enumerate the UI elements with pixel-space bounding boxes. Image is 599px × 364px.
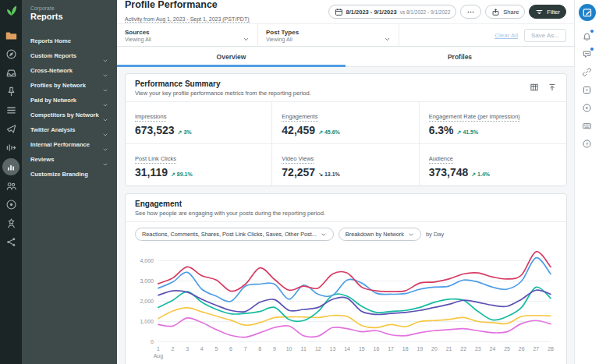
sidebar-item-label: Reviews [30,156,54,163]
sidebar-item-profiles-by-network[interactable]: Profiles by Network [22,78,117,93]
sidebar-item-label: Customize Branding [30,171,88,178]
pin-icon[interactable] [5,86,17,97]
filter-actions: Clear All Save As... [494,24,574,46]
people-icon[interactable] [5,180,17,192]
metric-video-views: Video Views72,257↘ 13.1% [272,143,419,186]
svg-text:23: 23 [475,346,481,352]
eye-icon[interactable] [5,199,17,210]
svg-text:28: 28 [548,346,554,352]
more-options-button[interactable] [460,5,481,19]
svg-text:4,000: 4,000 [140,258,154,263]
chevron-down-icon [102,53,108,59]
metric-select-dropdown[interactable]: Reactions, Comments, Shares, Post Link C… [135,228,334,241]
top-bar: Profile Performance Activity from Aug 1,… [117,0,574,23]
sources-filter[interactable]: Sources Viewing All [117,24,258,46]
metric-label[interactable]: Video Views [282,155,314,164]
svg-text:2: 2 [172,346,175,352]
sidebar-item-label: Profiles by Network [30,82,86,89]
svg-text:1: 1 [157,346,160,352]
notifications-bell-icon[interactable] [582,30,592,41]
metric-engagement-rate-per-impression: Engagement Rate (per Impression)6.3%↗ 41… [420,101,566,143]
engagement-title: Engagement [135,200,325,208]
svg-text:16: 16 [374,346,380,352]
sprout-leaf-logo[interactable] [5,4,18,17]
network-nodes-icon[interactable] [5,236,17,248]
metric-value: 373,748 [429,166,469,178]
sidebar-item-custom-reports[interactable]: Custom Reports [22,48,117,63]
metric-label[interactable]: Engagement Rate (per Impression) [429,113,520,122]
svg-text:12: 12 [315,346,321,352]
paper-plane-icon[interactable] [5,123,17,135]
feedback-bubble-icon[interactable] [582,48,592,58]
share-icon [491,8,500,16]
metric-post-link-clicks: Post Link Clicks31,119↗ 89.1% [126,143,272,186]
tab-overview[interactable]: Overview [117,47,346,66]
engagement-controls: Reactions, Comments, Shares, Post Link C… [126,222,566,244]
breakdown-select-dropdown[interactable]: Breakdown by Network [338,228,421,241]
svg-text:27: 27 [533,346,539,352]
sidebar-item-customize-branding[interactable]: Customize Branding [22,167,117,182]
metric-label[interactable]: Post Link Clicks [135,155,176,164]
post-types-filter[interactable]: Post Types Viewing All [258,24,399,46]
bar-chart-icon[interactable] [2,158,19,175]
sidebar-item-paid-by-network[interactable]: Paid by Network [22,93,117,108]
filter-button[interactable]: Filter [529,5,566,19]
svg-text:6: 6 [229,346,232,352]
sidebar-item-twitter-analysis[interactable]: Twitter Analysis [22,122,117,137]
series-line-facebook [158,290,551,314]
collapse-icon[interactable] [548,81,557,90]
keyboard-icon[interactable] [582,120,592,130]
sources-value: Viewing All [125,37,151,42]
post-types-value: Viewing All [266,37,299,42]
sidebar-item-internal-performance[interactable]: Internal Performance [22,137,117,152]
date-range-picker[interactable]: 8/1/2023 - 9/1/2023 vs 8/1/2022 - 9/1/20… [328,5,457,19]
page-subtitle[interactable]: Activity from Aug 1, 2023 - Sept 1, 2023… [125,16,250,23]
chevron-down-icon [102,142,108,148]
metric-label[interactable]: Engagements [282,113,317,122]
compose-button[interactable] [579,4,596,21]
compass-icon[interactable] [5,48,17,60]
engagement-header: Engagement See how people are engaging w… [126,194,566,222]
metric-select-value: Reactions, Comments, Shares, Post Link C… [142,231,317,238]
metrics-grid: Impressions673,523↗ 3%Engagements42,459↗… [126,101,566,186]
sidebar-item-label: Custom Reports [30,52,76,59]
waveform-icon[interactable] [5,142,17,154]
filter-bar: Sources Viewing All Post Types Viewing A… [117,23,574,47]
breakdown-select-value: Breakdown by Network [346,231,404,238]
sidebar-title: Reports [30,12,108,21]
chevron-down-icon [102,112,108,118]
sidebar-item-cross-network[interactable]: Cross-Network [22,63,117,78]
metric-label[interactable]: Impressions [135,113,166,122]
inbox-icon[interactable] [5,67,17,79]
tab-profiles[interactable]: Profiles [346,47,574,66]
walkthrough-play-icon[interactable] [582,102,592,112]
post-types-label: Post Types [266,29,299,36]
save-as-button[interactable]: Save As... [524,29,566,42]
window-icon[interactable] [582,84,592,94]
compare-range-value: vs 8/1/2022 - 9/1/2022 [400,9,451,15]
sidebar-item-reviews[interactable]: Reviews [22,152,117,167]
metric-value: 72,257 [282,166,315,178]
svg-text:17: 17 [388,346,394,352]
folder-icon[interactable] [5,30,17,41]
share-button[interactable]: Share [485,5,525,19]
summary-header-text: Performance Summary View your key profil… [135,80,311,97]
badge-star-icon[interactable] [5,217,17,229]
chevron-down-icon [102,83,108,89]
engagement-header-text: Engagement See how people are engaging w… [135,200,325,217]
clear-all-link[interactable]: Clear All [494,32,518,39]
metric-label[interactable]: Audience [429,155,453,164]
sidebar-item-reports-home[interactable]: Reports Home [22,34,117,48]
engagement-chart-wrap: 01,0002,0003,0004,0001234567891011121314… [126,244,566,363]
help-icon[interactable]: ? [582,138,592,148]
chevron-down-icon [243,32,250,39]
summary-description: View your key profile performance metric… [135,90,311,97]
link-icon[interactable] [582,66,592,76]
sidebar-nav: Reports HomeCustom ReportsCross-NetworkP… [22,34,117,182]
notification-dot [590,48,594,51]
sidebar-item-competitors-by-network[interactable]: Competitors by Network [22,108,117,122]
engagement-chart: 01,0002,0003,0004,0001234567891011121314… [135,244,557,360]
metric-engagements: Engagements42,459↗ 45.6% [272,101,419,143]
table-view-icon[interactable] [530,81,539,90]
list-icon[interactable] [5,104,17,116]
